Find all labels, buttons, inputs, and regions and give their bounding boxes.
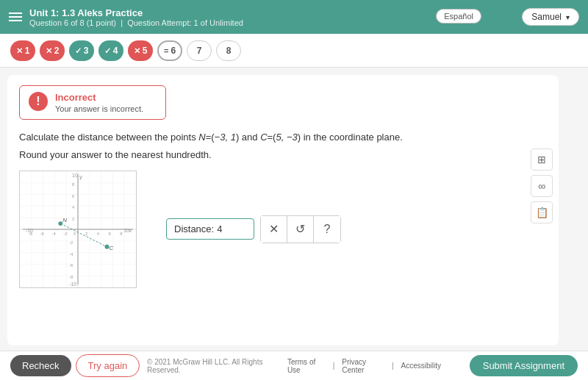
svg-text:10: 10 bbox=[72, 172, 78, 177]
distance-value: 4 bbox=[217, 223, 222, 234]
header: Unit 1: 1.3 Aleks Practice Question 6 of… bbox=[0, 0, 588, 34]
privacy-link[interactable]: Privacy Center bbox=[342, 358, 384, 374]
header-attempt: Question Attempt: 1 of Unlimited bbox=[127, 18, 243, 27]
question-nav-btn-2[interactable]: 2 bbox=[40, 40, 65, 61]
footer-left: Recheck Try again bbox=[10, 354, 140, 377]
question-nav-btn-1[interactable]: 1 bbox=[10, 40, 35, 61]
incorrect-banner: ! Incorrect Your answer is incorrect. bbox=[19, 85, 166, 120]
svg-text:2: 2 bbox=[72, 217, 74, 221]
calculator-icon[interactable]: ⊞ bbox=[531, 148, 553, 171]
incorrect-subtitle: Your answer is incorrect. bbox=[55, 104, 143, 113]
right-sidebar: ⊞ ∞ 📋 bbox=[531, 148, 553, 223]
svg-text:6: 6 bbox=[108, 231, 111, 235]
question-text2: Round your answer to the nearest hundred… bbox=[19, 149, 547, 160]
submit-assignment-button[interactable]: Submit Assignment bbox=[470, 355, 578, 376]
question-nav-btn-7[interactable]: 7 bbox=[187, 40, 212, 61]
svg-text:0: 0 bbox=[74, 231, 76, 235]
svg-text:-8: -8 bbox=[69, 275, 74, 279]
main-content: ! Incorrect Your answer is incorrect. Ca… bbox=[7, 75, 559, 345]
svg-text:C: C bbox=[109, 244, 113, 251]
terms-link[interactable]: Terms of Use bbox=[287, 358, 326, 374]
distance-area: Distance: 4 ✕ ↺ ? bbox=[166, 215, 341, 243]
copyright-text: © 2021 McGraw Hill LLC. All Rights Reser… bbox=[147, 358, 280, 374]
incorrect-title: Incorrect bbox=[55, 92, 143, 103]
footer-center: © 2021 McGraw Hill LLC. All Rights Reser… bbox=[147, 358, 441, 374]
espanol-area: Español bbox=[436, 9, 481, 24]
recheck-button[interactable]: Recheck bbox=[10, 355, 71, 376]
header-title: Unit 1: 1.3 Aleks Practice bbox=[29, 7, 243, 18]
header-left: Unit 1: 1.3 Aleks Practice Question 6 of… bbox=[9, 7, 243, 27]
svg-text:4: 4 bbox=[97, 231, 100, 235]
user-name: Samuel bbox=[531, 12, 562, 22]
svg-text:-4: -4 bbox=[69, 251, 74, 256]
header-points: (1 point) bbox=[87, 18, 116, 27]
menu-icon[interactable] bbox=[9, 12, 22, 21]
svg-text:y: y bbox=[79, 173, 82, 179]
question-nav-btn-4[interactable]: 4 bbox=[98, 40, 123, 61]
svg-text:-2: -2 bbox=[63, 231, 67, 235]
chevron-down-icon: ▾ bbox=[566, 13, 570, 21]
svg-text:2: 2 bbox=[85, 231, 87, 235]
svg-text:-10: -10 bbox=[26, 227, 33, 232]
svg-text:10: 10 bbox=[123, 227, 129, 232]
svg-line-47 bbox=[60, 223, 107, 247]
content-area: y x 0 -2 -4 -6 -8 2 4 6 8 2 4 6 8 -2 -4 bbox=[19, 171, 547, 288]
incorrect-icon: ! bbox=[29, 92, 48, 111]
incorrect-text-block: Incorrect Your answer is incorrect. bbox=[55, 92, 143, 113]
undo-button[interactable]: ↺ bbox=[287, 216, 314, 243]
infinity-icon[interactable]: ∞ bbox=[531, 175, 553, 197]
header-right: Español Samuel ▾ bbox=[522, 8, 579, 26]
action-buttons: ✕ ↺ ? bbox=[260, 215, 341, 243]
question-nav-btn-6[interactable]: 6 bbox=[157, 40, 182, 61]
header-question-num: Question 6 of 8 bbox=[29, 18, 85, 27]
try-again-button[interactable]: Try again bbox=[76, 354, 140, 377]
reference-icon[interactable]: 📋 bbox=[531, 201, 553, 223]
header-title-block: Unit 1: 1.3 Aleks Practice Question 6 of… bbox=[29, 7, 243, 27]
espanol-button[interactable]: Español bbox=[436, 9, 481, 24]
question-nav-btn-8[interactable]: 8 bbox=[216, 40, 241, 61]
user-button[interactable]: Samuel ▾ bbox=[522, 8, 579, 26]
coordinate-plane: y x 0 -2 -4 -6 -8 2 4 6 8 2 4 6 8 -2 -4 bbox=[19, 171, 137, 288]
help-button[interactable]: ? bbox=[314, 216, 340, 243]
svg-text:-4: -4 bbox=[51, 231, 56, 235]
svg-text:-6: -6 bbox=[69, 263, 74, 268]
footer: Recheck Try again © 2021 McGraw Hill LLC… bbox=[0, 351, 588, 380]
question-text: Calculate the distance between the point… bbox=[19, 130, 547, 145]
svg-text:N: N bbox=[62, 217, 67, 223]
svg-text:-10: -10 bbox=[69, 282, 76, 287]
header-subtitle: Question 6 of 8 (1 point) | Question Att… bbox=[29, 18, 243, 27]
svg-text:-2: -2 bbox=[69, 240, 73, 244]
distance-label: Distance: bbox=[174, 223, 214, 234]
accessibility-link[interactable]: Accessibility bbox=[401, 362, 441, 370]
question-nav-btn-3[interactable]: 3 bbox=[69, 40, 94, 61]
distance-input-container[interactable]: Distance: 4 bbox=[166, 218, 254, 240]
clear-button[interactable]: ✕ bbox=[261, 216, 287, 243]
question-nav-btn-5[interactable]: 5 bbox=[128, 40, 153, 61]
question-nav: 12345678 bbox=[0, 34, 588, 68]
svg-text:8: 8 bbox=[120, 231, 123, 235]
svg-text:-6: -6 bbox=[40, 231, 45, 235]
